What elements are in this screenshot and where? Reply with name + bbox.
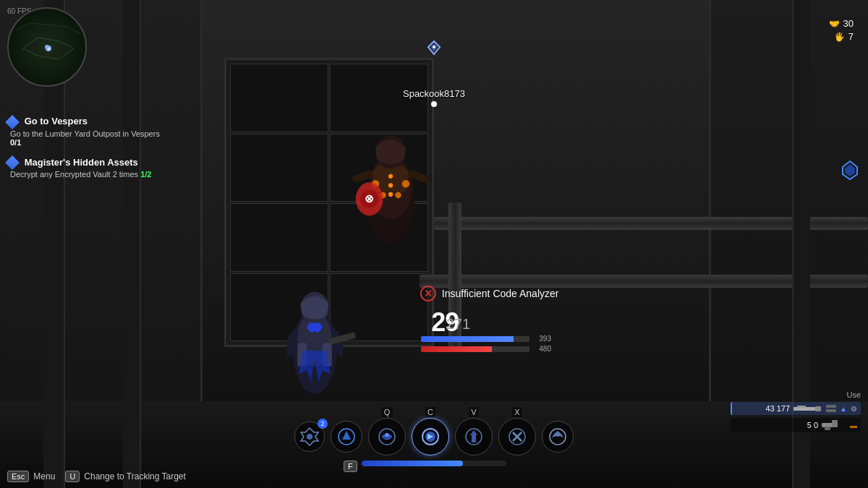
svg-point-21 (46, 46, 51, 51)
quest-panel: Go to Vespers Go to the Lumber Yard Outp… (7, 116, 166, 189)
code-analyzer-message: ✕ Insufficient Code Analyzer (420, 286, 559, 301)
quest-2-progress: 1/2 (140, 170, 151, 179)
v-key-label: V (469, 407, 478, 417)
right-side-marker (839, 159, 861, 181)
v-ability-slot[interactable]: V (455, 418, 493, 455)
quest-item-2: Magister's Hidden Assets Decrypt any Enc… (7, 157, 166, 179)
resource-bars: 393 480 (421, 335, 551, 355)
special-slot[interactable] (542, 421, 574, 453)
quest-1-title: Go to Vespers (7, 116, 166, 127)
error-icon: ✕ (420, 286, 436, 301)
quest-1-desc: Go to the Lumber Yard Outpost in Vespers… (7, 129, 166, 147)
enemy-indicator (431, 101, 437, 107)
weapon-2-ammo-icon: ▬ (850, 421, 857, 429)
svg-rect-43 (832, 420, 838, 427)
quest-2-desc: Decrypt any Encrypted Vault 2 times 1/2 (7, 170, 166, 179)
svg-point-11 (402, 180, 409, 187)
health-label: 480 (533, 345, 551, 353)
equip-slot[interactable] (331, 421, 362, 453)
stat-2-value: 7 (848, 31, 854, 42)
quest-2-icon (5, 155, 20, 170)
weapon-1-upgrade-icon: ▲ (840, 405, 847, 413)
esc-key-box: Esc (7, 471, 29, 482)
weapon-1-ammo: 43 177 (754, 404, 790, 413)
stat-1-value: 30 (843, 18, 854, 29)
x-ability-slot[interactable]: X (498, 418, 536, 455)
svg-marker-31 (342, 431, 351, 440)
code-analyzer-text: Insufficient Code Analyzer (442, 288, 559, 299)
weapon-2-ammo: 5 0 (782, 421, 818, 429)
stat-row-2: 🖐 7 (829, 31, 854, 42)
weapon-panel: Use 43 177 ▲ ⚙ 5 0 ▬ (731, 390, 861, 435)
stamina-bar (362, 461, 506, 466)
bottom-hotkeys: Esc Menu U Change to Tracking Target (7, 471, 186, 482)
svg-point-14 (388, 192, 393, 197)
health-bar-fill (421, 346, 492, 352)
weapon-use-label: Use (731, 390, 861, 399)
quest-1-icon (5, 115, 20, 129)
shield-bar-bg (421, 336, 529, 342)
weapon-row-2[interactable]: 5 0 ▬ (731, 418, 861, 432)
enemy-character: ⊗ (336, 116, 445, 275)
u-key-box: U (65, 471, 80, 482)
rifle-icon (793, 404, 822, 413)
svg-point-12 (388, 174, 393, 179)
health-bar-bg (421, 346, 529, 352)
f-key-prompt: F (344, 461, 357, 472)
shield-bar-row: 393 (421, 335, 551, 343)
column-left-2 (123, 0, 141, 488)
minimap (7, 7, 87, 87)
x-key-label: X (512, 407, 522, 417)
c-key-label: C (425, 407, 435, 417)
weapon-1-extras (826, 405, 836, 412)
enemy-name-label: Spackook8173 (403, 88, 465, 99)
svg-point-10 (395, 192, 401, 198)
svg-rect-41 (797, 406, 806, 408)
quest-item-1: Go to Vespers Go to the Lumber Yard Outp… (7, 116, 166, 147)
svg-text:⊗: ⊗ (365, 193, 374, 205)
player-character (268, 271, 362, 430)
pistol-icon (822, 420, 843, 430)
quest-2-title: Magister's Hidden Assets (7, 157, 166, 168)
shield-label: 393 (533, 335, 551, 343)
q-ability-slot[interactable]: Q (368, 418, 406, 455)
stat-row-1: 🤝 30 (829, 18, 854, 29)
q-key-label: Q (382, 407, 393, 417)
ammo-reserve: 271 (446, 316, 470, 333)
weapon-row-1[interactable]: 43 177 ▲ ⚙ (731, 402, 861, 415)
svg-marker-27 (845, 164, 855, 176)
weapon-1-settings-icon: ⚙ (851, 405, 857, 413)
esc-action-label: Menu (33, 471, 55, 481)
svg-rect-40 (815, 406, 821, 411)
svg-marker-36 (470, 430, 477, 442)
f-key-box: F (344, 461, 357, 472)
top-right-stats: 🤝 30 🖐 7 (829, 18, 854, 44)
svg-point-22 (47, 47, 50, 50)
svg-rect-44 (825, 427, 830, 430)
quest-1-progress: 0/1 (10, 138, 21, 147)
u-action-label: Change to Tracking Target (84, 471, 186, 481)
svg-point-29 (307, 434, 312, 440)
stat-1-icon: 🤝 (829, 19, 840, 29)
passive-slot[interactable]: 2 (294, 421, 325, 452)
stat-2-icon: 🖐 (834, 32, 845, 42)
c-ability-slot[interactable]: C (412, 418, 449, 455)
stamina-fill (362, 461, 463, 466)
shield-bar-fill (421, 336, 514, 342)
health-bar-row: 480 (421, 345, 551, 353)
ability-bar: 2 Q C (294, 418, 574, 455)
svg-point-13 (388, 183, 393, 187)
passive-badge: 2 (318, 419, 328, 429)
